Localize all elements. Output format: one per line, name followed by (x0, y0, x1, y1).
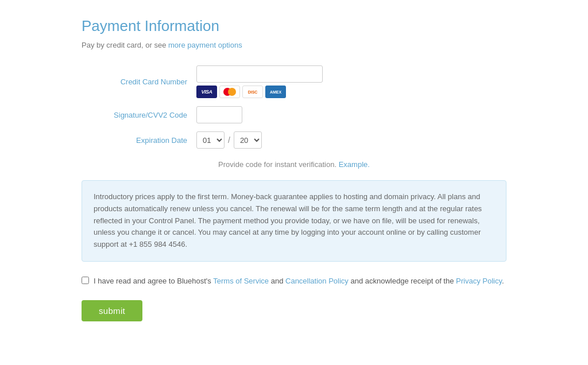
amex-icon: AMEX (265, 86, 286, 98)
cc-number-row: Credit Card Number VISA DISC AMEX (82, 65, 506, 98)
tos-prefix: I have read and agree to Bluehost's (94, 277, 211, 285)
privacy-policy-link[interactable]: Privacy Policy (456, 277, 502, 285)
expiry-row: Expiration Date 01 02 03 04 05 06 07 08 … (82, 131, 506, 149)
cancellation-policy-link[interactable]: Cancellation Policy (285, 277, 349, 285)
tos-link[interactable]: Terms of Service (213, 277, 269, 285)
subtitle-text: Pay by credit card, or see (82, 41, 166, 49)
expiry-month-select[interactable]: 01 02 03 04 05 06 07 08 09 10 11 12 (196, 131, 225, 149)
cvv-input[interactable] (196, 106, 242, 123)
verification-static: Provide code for instant verification. (218, 160, 336, 169)
cc-number-field-group: VISA DISC AMEX (196, 65, 323, 98)
page-container: Payment Information Pay by credit card, … (70, 0, 518, 344)
info-box: Introductory prices apply to the first t… (82, 180, 506, 262)
expiry-selects: 01 02 03 04 05 06 07 08 09 10 11 12 / 20… (196, 131, 262, 149)
cvv-label: Signature/CVV2 Code (82, 111, 196, 119)
payment-form: Credit Card Number VISA DISC AMEX (82, 65, 506, 149)
subtitle: Pay by credit card, or see more payment … (82, 41, 506, 49)
tos-text: I have read and agree to Bluehost's Term… (94, 275, 504, 288)
discover-icon: DISC (242, 86, 263, 98)
submit-button[interactable]: submit (82, 300, 142, 321)
card-icons-row: VISA DISC AMEX (196, 86, 323, 98)
tos-checkbox[interactable] (82, 277, 89, 284)
verification-text: Provide code for instant verification. E… (82, 160, 506, 169)
page-title: Payment Information (82, 17, 506, 35)
more-payment-options-link[interactable]: more payment options (168, 41, 242, 49)
tos-end: . (502, 277, 504, 285)
expiry-label: Expiration Date (82, 136, 196, 145)
tos-suffix: and acknowledge receipt of the (350, 277, 454, 285)
cc-number-input[interactable] (196, 65, 323, 83)
cc-number-label: Credit Card Number (82, 77, 196, 86)
cvv-row: Signature/CVV2 Code (82, 106, 506, 123)
expiry-separator: / (228, 135, 230, 145)
expiry-year-select[interactable]: 20 21 22 23 24 25 26 27 28 29 30 (234, 131, 262, 149)
visa-icon: VISA (196, 86, 217, 98)
tos-row: I have read and agree to Bluehost's Term… (82, 275, 506, 288)
tos-middle: and (271, 277, 284, 285)
info-box-text: Introductory prices apply to the first t… (94, 192, 482, 248)
verification-example-link[interactable]: Example. (339, 160, 370, 169)
mastercard-icon (219, 86, 240, 98)
